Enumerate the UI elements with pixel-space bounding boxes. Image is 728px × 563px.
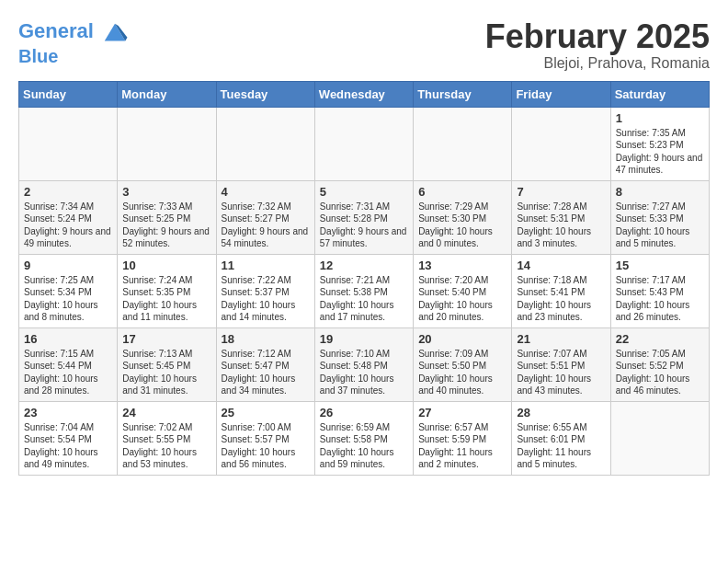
- calendar-cell: 14Sunrise: 7:18 AM Sunset: 5:41 PM Dayli…: [512, 254, 610, 327]
- day-number: 22: [616, 332, 704, 346]
- day-info: Sunrise: 7:15 AM Sunset: 5:44 PM Dayligh…: [24, 348, 112, 397]
- day-number: 25: [222, 406, 310, 419]
- day-number: 11: [222, 259, 310, 272]
- calendar-cell: 16Sunrise: 7:15 AM Sunset: 5:44 PM Dayli…: [19, 327, 118, 401]
- calendar-cell: 20Sunrise: 7:09 AM Sunset: 5:50 PM Dayli…: [414, 327, 512, 401]
- day-info: Sunrise: 7:34 AM Sunset: 5:24 PM Dayligh…: [24, 201, 112, 250]
- weekday-header: Sunday: [19, 81, 118, 107]
- calendar-cell: 28Sunrise: 6:55 AM Sunset: 6:01 PM Dayli…: [512, 401, 610, 475]
- weekday-header-row: SundayMondayTuesdayWednesdayThursdayFrid…: [19, 81, 710, 107]
- calendar-cell: [216, 107, 314, 180]
- day-info: Sunrise: 7:09 AM Sunset: 5:50 PM Dayligh…: [418, 348, 506, 397]
- day-info: Sunrise: 7:24 AM Sunset: 5:35 PM Dayligh…: [122, 274, 210, 324]
- calendar-cell: [314, 107, 413, 180]
- calendar-cell: 22Sunrise: 7:05 AM Sunset: 5:52 PM Dayli…: [610, 327, 709, 401]
- day-number: 23: [24, 406, 112, 419]
- day-number: 1: [616, 111, 704, 125]
- day-info: Sunrise: 7:00 AM Sunset: 5:57 PM Dayligh…: [222, 421, 310, 471]
- day-info: Sunrise: 7:18 AM Sunset: 5:41 PM Dayligh…: [517, 274, 605, 324]
- day-number: 16: [24, 332, 112, 346]
- day-number: 19: [320, 332, 408, 346]
- day-info: Sunrise: 7:33 AM Sunset: 5:25 PM Dayligh…: [122, 201, 210, 250]
- day-info: Sunrise: 7:25 AM Sunset: 5:34 PM Dayligh…: [24, 274, 112, 324]
- day-number: 20: [418, 332, 506, 346]
- logo: General Blue: [18, 18, 129, 66]
- logo-general: General: [18, 19, 94, 42]
- day-number: 17: [122, 332, 210, 346]
- location-title: Blejoi, Prahova, Romania: [485, 55, 710, 72]
- weekday-header: Saturday: [610, 81, 709, 107]
- day-info: Sunrise: 7:13 AM Sunset: 5:45 PM Dayligh…: [122, 348, 210, 397]
- day-number: 28: [517, 406, 605, 419]
- calendar-cell: 10Sunrise: 7:24 AM Sunset: 5:35 PM Dayli…: [118, 254, 216, 327]
- day-info: Sunrise: 6:57 AM Sunset: 5:59 PM Dayligh…: [418, 421, 506, 471]
- calendar-cell: 27Sunrise: 6:57 AM Sunset: 5:59 PM Dayli…: [414, 401, 512, 475]
- page-header: General Blue February 2025 Blejoi, Praho…: [18, 18, 710, 72]
- title-block: February 2025 Blejoi, Prahova, Romania: [485, 18, 710, 72]
- calendar-cell: 8Sunrise: 7:27 AM Sunset: 5:33 PM Daylig…: [610, 180, 709, 254]
- day-number: 8: [616, 185, 704, 199]
- calendar-cell: 24Sunrise: 7:02 AM Sunset: 5:55 PM Dayli…: [118, 401, 216, 475]
- calendar-cell: 6Sunrise: 7:29 AM Sunset: 5:30 PM Daylig…: [414, 180, 512, 254]
- calendar-cell: 4Sunrise: 7:32 AM Sunset: 5:27 PM Daylig…: [216, 180, 314, 254]
- month-title: February 2025: [485, 18, 710, 55]
- day-info: Sunrise: 7:31 AM Sunset: 5:28 PM Dayligh…: [320, 201, 408, 250]
- day-info: Sunrise: 7:17 AM Sunset: 5:43 PM Dayligh…: [616, 274, 704, 324]
- calendar-cell: [512, 107, 610, 180]
- calendar-cell: [414, 107, 512, 180]
- calendar-cell: [118, 107, 216, 180]
- logo-icon: [101, 18, 129, 46]
- calendar-cell: 23Sunrise: 7:04 AM Sunset: 5:54 PM Dayli…: [19, 401, 118, 475]
- calendar-week-row: 16Sunrise: 7:15 AM Sunset: 5:44 PM Dayli…: [19, 327, 710, 401]
- calendar-cell: 26Sunrise: 6:59 AM Sunset: 5:58 PM Dayli…: [314, 401, 413, 475]
- day-info: Sunrise: 7:22 AM Sunset: 5:37 PM Dayligh…: [222, 274, 310, 324]
- day-number: 7: [517, 185, 605, 199]
- day-number: 10: [122, 259, 210, 272]
- day-info: Sunrise: 7:32 AM Sunset: 5:27 PM Dayligh…: [222, 201, 310, 250]
- day-info: Sunrise: 7:10 AM Sunset: 5:48 PM Dayligh…: [320, 348, 408, 397]
- calendar-cell: 15Sunrise: 7:17 AM Sunset: 5:43 PM Dayli…: [610, 254, 709, 327]
- day-info: Sunrise: 6:59 AM Sunset: 5:58 PM Dayligh…: [320, 421, 408, 471]
- calendar-week-row: 2Sunrise: 7:34 AM Sunset: 5:24 PM Daylig…: [19, 180, 710, 254]
- calendar-cell: 5Sunrise: 7:31 AM Sunset: 5:28 PM Daylig…: [314, 180, 413, 254]
- day-number: 21: [517, 332, 605, 346]
- day-number: 5: [320, 185, 408, 199]
- day-info: Sunrise: 7:35 AM Sunset: 5:23 PM Dayligh…: [616, 127, 704, 177]
- weekday-header: Thursday: [414, 81, 512, 107]
- calendar-week-row: 1Sunrise: 7:35 AM Sunset: 5:23 PM Daylig…: [19, 107, 710, 180]
- day-info: Sunrise: 7:21 AM Sunset: 5:38 PM Dayligh…: [320, 274, 408, 324]
- weekday-header: Friday: [512, 81, 610, 107]
- calendar-cell: 3Sunrise: 7:33 AM Sunset: 5:25 PM Daylig…: [118, 180, 216, 254]
- day-info: Sunrise: 7:04 AM Sunset: 5:54 PM Dayligh…: [24, 421, 112, 471]
- weekday-header: Tuesday: [216, 81, 314, 107]
- calendar-cell: 11Sunrise: 7:22 AM Sunset: 5:37 PM Dayli…: [216, 254, 314, 327]
- day-info: Sunrise: 7:07 AM Sunset: 5:51 PM Dayligh…: [517, 348, 605, 397]
- calendar-cell: 1Sunrise: 7:35 AM Sunset: 5:23 PM Daylig…: [610, 107, 709, 180]
- calendar-cell: 7Sunrise: 7:28 AM Sunset: 5:31 PM Daylig…: [512, 180, 610, 254]
- logo-text: General: [18, 18, 129, 46]
- calendar-cell: 13Sunrise: 7:20 AM Sunset: 5:40 PM Dayli…: [414, 254, 512, 327]
- calendar-week-row: 23Sunrise: 7:04 AM Sunset: 5:54 PM Dayli…: [19, 401, 710, 475]
- day-info: Sunrise: 7:20 AM Sunset: 5:40 PM Dayligh…: [418, 274, 506, 324]
- calendar-cell: 21Sunrise: 7:07 AM Sunset: 5:51 PM Dayli…: [512, 327, 610, 401]
- calendar-cell: 25Sunrise: 7:00 AM Sunset: 5:57 PM Dayli…: [216, 401, 314, 475]
- calendar-cell: 19Sunrise: 7:10 AM Sunset: 5:48 PM Dayli…: [314, 327, 413, 401]
- day-number: 4: [222, 185, 310, 199]
- day-info: Sunrise: 7:12 AM Sunset: 5:47 PM Dayligh…: [222, 348, 310, 397]
- day-number: 2: [24, 185, 112, 199]
- day-number: 6: [418, 185, 506, 199]
- logo-blue: Blue: [18, 46, 129, 66]
- calendar-cell: 2Sunrise: 7:34 AM Sunset: 5:24 PM Daylig…: [19, 180, 118, 254]
- day-number: 18: [222, 332, 310, 346]
- day-number: 14: [517, 259, 605, 272]
- day-info: Sunrise: 7:05 AM Sunset: 5:52 PM Dayligh…: [616, 348, 704, 397]
- weekday-header: Monday: [118, 81, 216, 107]
- calendar-cell: 9Sunrise: 7:25 AM Sunset: 5:34 PM Daylig…: [19, 254, 118, 327]
- calendar-week-row: 9Sunrise: 7:25 AM Sunset: 5:34 PM Daylig…: [19, 254, 710, 327]
- day-number: 15: [616, 259, 704, 272]
- day-info: Sunrise: 7:28 AM Sunset: 5:31 PM Dayligh…: [517, 201, 605, 250]
- day-number: 9: [24, 259, 112, 272]
- calendar-table: SundayMondayTuesdayWednesdayThursdayFrid…: [18, 81, 710, 476]
- calendar-cell: 17Sunrise: 7:13 AM Sunset: 5:45 PM Dayli…: [118, 327, 216, 401]
- day-number: 12: [320, 259, 408, 272]
